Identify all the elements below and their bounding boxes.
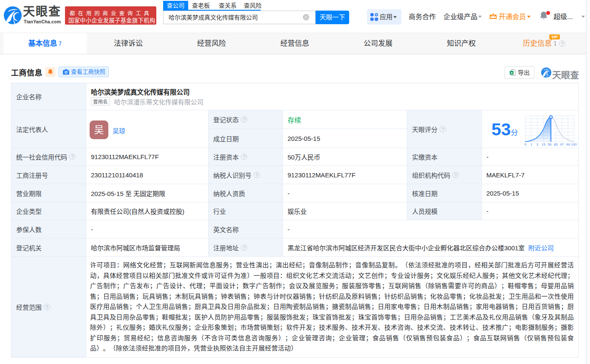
svg-text:100: 100 (571, 143, 577, 146)
svg-text:1: 1 (531, 143, 533, 146)
svg-text:85: 85 (554, 143, 558, 146)
svg-text:50: 50 (548, 143, 552, 146)
svg-text:97: 97 (560, 143, 564, 146)
svg-text:0: 0 (525, 143, 527, 146)
svg-text:x: x (511, 71, 513, 75)
svg-text:99: 99 (566, 143, 570, 146)
svg-text:15: 15 (542, 143, 545, 146)
svg-text:3: 3 (536, 143, 539, 146)
